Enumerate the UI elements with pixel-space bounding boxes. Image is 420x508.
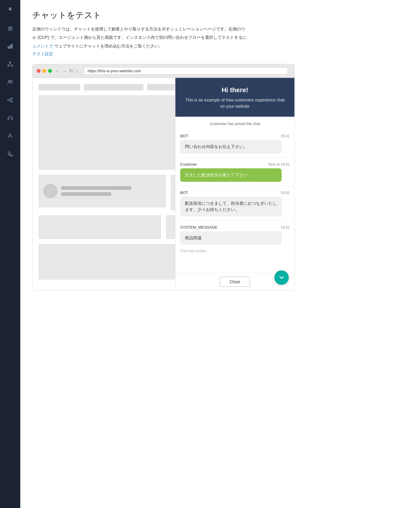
chat-header-title: Hi there!: [183, 86, 287, 94]
chat-widget: Hi there! This is an example of how cust…: [175, 78, 294, 290]
chat-bubble-bot2: 配送状況につきまして、担当者におつなぎいたします。少々お待ちください。: [180, 197, 282, 216]
chart-icon[interactable]: [5, 41, 16, 52]
sender-row: Customer Sent at 16:41: [180, 162, 290, 167]
chat-message-group-system: SYSTEM_MESSAGE 16:41 商品関連: [175, 222, 294, 248]
sender-name: Customer: [180, 162, 197, 167]
browser-nav: ← → ↻ ⌂: [55, 68, 78, 74]
chat-header-subtitle: This is an example of how customers expe…: [183, 97, 287, 110]
avatar-circle: [43, 184, 58, 198]
minimize-dot[interactable]: [42, 69, 46, 73]
chat-body: Customer has joined the chat BOT 16:41 問…: [175, 117, 294, 273]
partial-text: Chat has ended...: [175, 248, 294, 254]
chat-header: Hi there! This is an example of how cust…: [175, 78, 294, 117]
svg-point-8: [8, 80, 10, 82]
avatar-line: [61, 192, 111, 196]
chat-message-group-bot1: BOT 16:41 問い合わせ内容をお伝え下さい。: [175, 131, 294, 156]
svg-point-4: [8, 65, 9, 67]
sender-name: BOT: [180, 134, 188, 138]
chat-message-group-bot2: BOT 16:41 配送状況につきまして、担当者におつなぎいたします。少々お待ち…: [175, 187, 294, 219]
placeholder-block: [84, 84, 143, 90]
chat-bubble-system: 商品関連: [180, 231, 282, 245]
svg-line-13: [10, 98, 11, 100]
avatar-lines: [61, 186, 161, 196]
svg-rect-15: [8, 118, 9, 119]
main-content: チャットをテスト 左側のウィンドウは、チャットを使用して顧客とやり取りする方法を…: [20, 0, 420, 508]
message-time: 16:41: [281, 191, 290, 195]
sender-name: SYSTEM_MESSAGE: [180, 225, 217, 230]
nav-back-button[interactable]: ←: [55, 68, 60, 74]
person-icon[interactable]: [5, 130, 16, 141]
chat-divider: [175, 186, 294, 186]
placeholder-block: [38, 84, 80, 90]
svg-rect-10: [8, 99, 10, 101]
maximize-dot[interactable]: [48, 69, 52, 73]
svg-point-17: [9, 134, 11, 136]
message-time: 16:41: [281, 225, 290, 230]
browser-toolbar: ← → ↻ ⌂ https://this-is-your-website.com: [33, 64, 294, 78]
browser-dots: [37, 69, 52, 73]
chat-bubble-customer: 注文した配送状況を教えて下さい。: [180, 168, 282, 182]
sender-row: SYSTEM_MESSAGE 16:41: [180, 225, 290, 230]
avatar-card: [38, 175, 166, 207]
svg-rect-2: [11, 44, 13, 49]
grid-icon[interactable]: ⊞: [5, 23, 16, 34]
headset-icon[interactable]: [5, 113, 16, 123]
message-time: Sent at 16:41: [268, 162, 290, 167]
sender-row: BOT 16:41: [180, 190, 290, 195]
chat-message-group-customer: Customer Sent at 16:41 注文した配送状況を教えて下さい。: [175, 159, 294, 185]
nav-refresh-button[interactable]: ↻: [69, 68, 73, 74]
sender-row: BOT 16:41: [180, 134, 290, 138]
fab-button[interactable]: [274, 270, 289, 285]
chat-divider: [175, 158, 294, 158]
doc-link[interactable]: ュメントで: [32, 44, 53, 48]
svg-rect-12: [11, 101, 13, 102]
svg-line-7: [10, 63, 11, 65]
browser-mockup: ← → ↻ ⌂ https://this-is-your-website.com: [32, 64, 295, 291]
phone-icon[interactable]: [5, 148, 16, 159]
users-icon[interactable]: [5, 77, 16, 87]
url-bar[interactable]: https://this-is-your-website.com: [84, 67, 288, 75]
svg-rect-1: [10, 45, 11, 49]
nav-forward-button[interactable]: →: [62, 68, 67, 74]
svg-rect-0: [8, 46, 9, 49]
avatar-line: [61, 186, 131, 190]
chat-divider: [175, 221, 294, 221]
nav-home-button[interactable]: ⌂: [75, 68, 78, 74]
page-title: チャットをテスト: [32, 10, 408, 21]
bottom-block: [38, 215, 161, 239]
svg-rect-11: [11, 98, 13, 99]
routing-icon[interactable]: [5, 95, 16, 105]
sender-name: BOT: [180, 190, 188, 195]
svg-point-5: [11, 65, 13, 67]
website-content: Hi there! This is an example of how cust…: [33, 78, 294, 290]
flow-icon[interactable]: [5, 59, 16, 70]
hamburger-button[interactable]: ≡: [6, 4, 14, 15]
description-line2: ル (CCP) で、エージェント側から見た画面です。インスタンス内で別の問い合わ…: [32, 34, 408, 41]
close-dot[interactable]: [37, 69, 41, 73]
svg-line-6: [9, 63, 10, 65]
svg-rect-16: [11, 118, 13, 119]
chat-bubble-bot1: 問い合わせ内容をお伝え下さい。: [180, 140, 282, 153]
test-settings-link[interactable]: テスト設定: [32, 51, 53, 57]
description-line1: 左側のウィンドウは、チャットを使用して顧客とやり取りする方法を示すシュミレーショ…: [32, 26, 408, 32]
chat-join-notice: Customer has joined the chat: [175, 117, 294, 131]
sidebar: ≡ ⊞: [0, 0, 20, 508]
description-line3: ュメントで ウェブサイトにチャットを埋め込む方法をご覧ください。: [32, 43, 408, 49]
svg-point-3: [10, 62, 11, 63]
svg-point-9: [11, 80, 12, 82]
close-button[interactable]: Close: [220, 277, 250, 287]
message-time: 16:41: [281, 134, 290, 138]
